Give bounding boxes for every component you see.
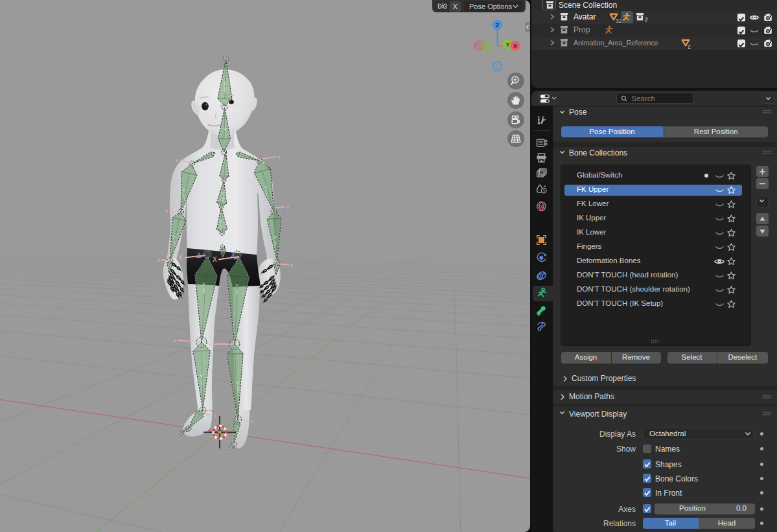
svg-text:X: X xyxy=(178,254,183,261)
svg-text:x: x xyxy=(165,208,168,214)
svg-text:Y: Y xyxy=(202,281,206,287)
svg-text:Z: Z xyxy=(282,209,286,216)
svg-text:Z: Z xyxy=(496,22,500,29)
svg-text:x: x xyxy=(174,338,176,343)
svg-text:x: x xyxy=(176,157,178,163)
svg-text:Y: Y xyxy=(273,235,277,240)
svg-text:x: x xyxy=(215,413,217,419)
svg-text:x: x xyxy=(253,102,256,107)
svg-text:x: x xyxy=(286,204,289,210)
svg-text:Y: Y xyxy=(221,191,225,196)
svg-text:Y: Y xyxy=(236,380,240,386)
svg-text:Y: Y xyxy=(264,185,268,191)
svg-text:x: x xyxy=(277,154,280,160)
svg-text:Y: Y xyxy=(219,218,223,224)
svg-text:x: x xyxy=(157,257,160,263)
svg-text:Y: Y xyxy=(200,373,203,379)
svg-text:Z: Z xyxy=(196,251,201,259)
svg-text:Z: Z xyxy=(191,350,195,356)
svg-text:x: x xyxy=(250,419,253,424)
svg-text:Y: Y xyxy=(224,127,227,133)
svg-text:Z: Z xyxy=(231,251,235,259)
svg-text:X: X xyxy=(213,256,217,263)
svg-text:Y: Y xyxy=(172,235,176,240)
svg-text:Z: Z xyxy=(226,351,229,358)
svg-text:Y: Y xyxy=(182,187,186,193)
svg-text:Y: Y xyxy=(235,283,239,288)
svg-text:Y: Y xyxy=(223,80,227,86)
svg-text:x: x xyxy=(290,262,293,268)
svg-text:x: x xyxy=(209,341,212,347)
svg-text:X: X xyxy=(513,43,517,49)
svg-text:Y: Y xyxy=(505,41,509,48)
